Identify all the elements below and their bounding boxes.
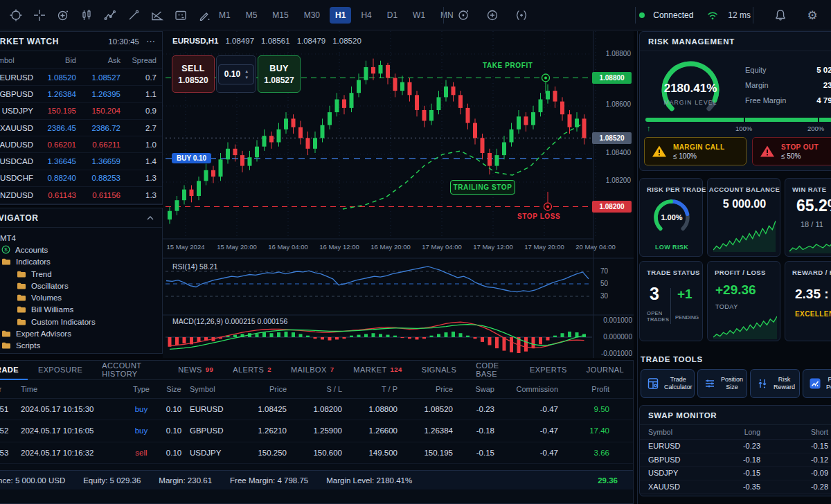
market-watch-row[interactable]: GBPUSD1.263841.263951.1 [0,86,162,102]
tab-code-base[interactable]: CODE BASE [467,361,519,380]
navigator-item-label: Scripts [16,341,40,350]
braces-add-icon[interactable] [510,5,533,26]
market-watch-row[interactable]: USDCAD1.366451.366591.4 [0,153,162,170]
navigator-item-mt4[interactable]: MT4 [0,232,162,244]
timeframe-d1[interactable]: D1 [382,7,403,24]
navigator-item-oscillators[interactable]: Oscillators [0,280,162,291]
timeframe-h1[interactable]: H1 [330,7,351,24]
lot-size-value[interactable]: 0.10 [224,69,240,79]
trade-calculator-button[interactable]: TradeCalculator [641,369,695,398]
notifications-bell-icon[interactable] [769,5,792,26]
price-tick: 1.08800 [595,50,631,57]
settings-gear-icon[interactable]: ⚙ [801,5,824,26]
ohlc-readout: EURUSD,H1 1.08497 1.08561 1.08479 1.0852… [172,37,361,45]
navigator-item-custom-indicators[interactable]: Custom Indicators [0,316,162,327]
tab-news[interactable]: NEWS99 [169,361,222,380]
trailing-stop-label[interactable]: TRAILING STOP [450,180,515,195]
swap-symbol: EURUSD [648,442,717,450]
market-watch-row[interactable]: USDCHF0.882400.882531.3 [0,170,162,187]
add-point-icon[interactable] [51,5,75,26]
account-status-bar: Balance: 5 000.00 USDEquity: 5 029.36Mar… [0,470,633,489]
price-tick: 1.08200 [595,177,631,184]
market-watch-row[interactable]: USDJPY150.195150.2040.9 [0,103,162,120]
market-watch-row[interactable]: AUDUSD0.662010.662111.0 [0,136,162,153]
take-profit-label[interactable]: TAKE PROFIT [483,62,533,69]
sell-button[interactable]: SELL 1.08520 [172,55,215,93]
tab-label: JOURNAL [587,366,624,374]
trade-status-card: TRADE STATUS 3 +1 OPEN TRADES PENDING [639,261,703,341]
crosshair-icon[interactable] [28,5,51,26]
table-col-header: Size [158,385,190,393]
regression-channel-icon[interactable] [145,5,169,26]
timeframe-m5[interactable]: M5 [240,7,263,24]
target-tool-icon[interactable] [4,5,28,26]
trade-row[interactable]: 8234522024.05.17 10:16:05buy0.10GBPUSD1.… [0,420,633,442]
swap-row: GBPUSD-0.18-0.12 [640,453,831,467]
wifi-icon [706,9,720,21]
stop-loss-label[interactable]: STOP LOSS [517,213,560,220]
trade-row[interactable]: 8234532024.05.17 10:16:32sell0.10USDJPY1… [0,442,633,464]
target-dot-icon[interactable] [452,5,475,26]
navigator-item-label: Trend [31,270,52,278]
navigator-item-indicators[interactable]: Indicators [0,256,162,268]
risk-management-card: RISK MANAGEMENT 2180.41% MARGIN LEVEL Eq… [639,31,831,171]
scale-100-label: 100% [735,125,752,132]
tab-journal[interactable]: JOURNAL [578,361,633,380]
sell-label: SELL [181,64,205,73]
candlestick-tool-icon[interactable] [75,5,98,26]
trendline-tool-icon[interactable] [122,5,145,26]
risk-reward-button[interactable]: RiskReward [750,369,800,398]
navigator-item-volumes[interactable]: Volumes [0,291,162,303]
buy-button[interactable]: BUY 1.08527 [258,55,301,93]
toolbar-divider [635,7,636,24]
tab-exposure[interactable]: EXPOSURE [29,361,91,380]
navigator-item-label: Custom Indicators [31,318,96,326]
risk-per-trade-card: RISK PER TRADE 1.00% LOW RISK [639,178,703,257]
status-item: Equity: 5 029.36 [83,476,141,485]
lot-increase-button[interactable]: ▲ [243,69,250,74]
lot-decrease-button[interactable]: ▼ [243,75,250,80]
tab-mailbox[interactable]: MAILBOX7 [282,361,343,380]
tab-experts[interactable]: EXPERTS [521,361,576,380]
market-watch-row[interactable]: XAUUSD2386.452386.722.7 [0,120,162,136]
market-watch-row[interactable]: NZDUSD0.611430.611561.3 [0,187,162,204]
tab-account-history[interactable]: ACCOUNT HISTORY [93,361,168,380]
tab-market[interactable]: MARKET124 [344,361,411,380]
entry-order-badge[interactable]: BUY 0.10 [172,153,211,163]
more-menu-icon[interactable]: ⋯ [146,36,155,46]
position-size-button[interactable]: PositionSize [697,369,747,398]
navigator-item-scripts[interactable]: Scripts [0,340,162,352]
chart-area[interactable]: EURUSD,H1 1.08497 1.08561 1.08479 1.0852… [163,31,634,358]
col-bid: Bid [33,56,76,64]
win-rate-sparkline [789,234,831,253]
timeframe-m15[interactable]: M15 [267,7,294,24]
timeframe-m30[interactable]: M30 [298,7,325,24]
trade-row[interactable]: 8234512024.05.17 10:15:30buy0.10EURUSD1.… [0,399,633,420]
navigator-item-bill-williams[interactable]: Bill Williams [0,304,162,316]
account-balance-value: 5 000.00 [708,198,781,210]
timeframe-m1[interactable]: M1 [213,7,236,24]
navigator-item-accounts[interactable]: $Accounts [0,244,162,255]
reward-risk-ratio: 2.35 : 1 [795,287,831,302]
text-label-icon[interactable] [169,5,193,26]
plus-circle-icon[interactable] [481,5,504,26]
tab-trade[interactable]: TRADE [0,361,28,380]
collapse-chevron-icon[interactable] [145,215,155,222]
tab-signals[interactable]: SIGNALS [413,361,466,380]
terminal-panel: TRADEEXPOSUREACCOUNT HISTORYNEWS99ALERTS… [0,360,634,504]
market-watch-row[interactable]: EURUSD1.085201.085270.7 [0,69,162,86]
navigator-item-trend[interactable]: Trend [0,268,162,280]
connection-status-dot [639,12,645,18]
trend-points-icon[interactable] [98,5,122,26]
brush-tool-icon[interactable] [193,5,216,26]
one-click-trading-widget: SELL 1.08520 0.10 ▲ ▼ BUY 1.08527 [172,55,301,93]
timeframe-w1[interactable]: W1 [407,7,431,24]
trade-status-title: TRADE STATUS [647,269,700,276]
terminal-tabs: TRADEEXPOSUREACCOUNT HISTORYNEWS99ALERTS… [0,361,633,380]
pivot-points-button[interactable]: PivotPoints [803,369,831,398]
timeframe-h4[interactable]: H4 [355,7,377,24]
ask-price: 1.26395 [76,90,120,98]
tab-alerts[interactable]: ALERTS2 [224,361,280,380]
navigator-item-expert-advisors[interactable]: Expert Advisors [0,327,162,339]
risk-per-trade-value: 1.00% [648,213,695,222]
